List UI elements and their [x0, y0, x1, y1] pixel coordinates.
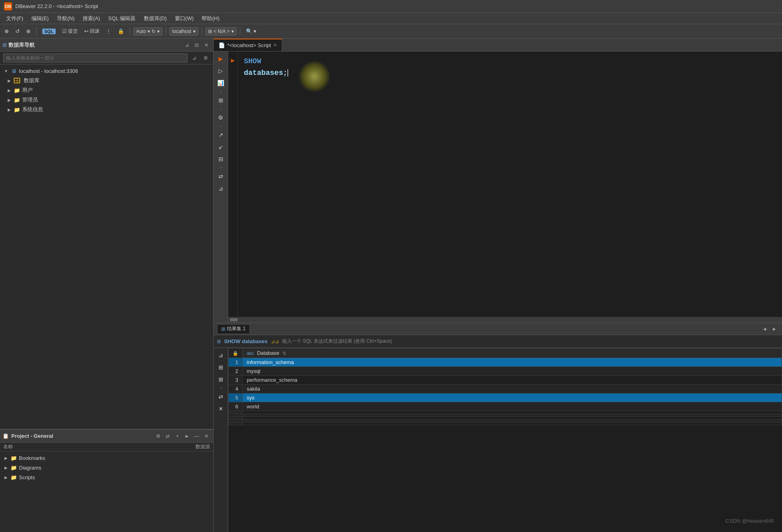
left-panel: ⊞ 数据库导航 ⊿ ⊟ ✕ ⊿ ⚙ ▼ 🖥 localhost - localh…	[0, 39, 214, 532]
sql-icon: SQL	[42, 29, 56, 34]
project-add-button[interactable]: +	[173, 432, 182, 441]
menu-database[interactable]: 数据库(D)	[140, 14, 171, 23]
horizontal-scrollbar[interactable]	[228, 317, 782, 323]
tree-arrow-admin: ▶	[6, 97, 12, 103]
kw-databases: databases;	[244, 67, 287, 79]
editor-tab-bar: 📄 *<localhost> Script ✕	[214, 39, 782, 52]
tree-item-users[interactable]: ▶ 📁 用户	[0, 85, 213, 95]
side-filter-button[interactable]: ⊿	[215, 183, 227, 194]
tree-item-sysinfo[interactable]: ▶ 📁 系统信息	[0, 105, 213, 114]
result-row-3[interactable]: 3 performance_schema	[229, 376, 782, 385]
row-num-6: 6	[229, 402, 243, 411]
diagrams-folder-icon: 📁	[10, 464, 17, 471]
tree-item-admin[interactable]: ▶ 📁 管理员	[0, 95, 213, 105]
results-side-link-filter[interactable]: ⇄	[215, 391, 227, 402]
results-content: ⊿ ⊞ ⊞ ··· ⇄ ✕ 🔒	[214, 348, 782, 532]
menu-search[interactable]: 搜索(A)	[79, 14, 104, 23]
project-settings-button[interactable]: ⚙	[154, 432, 162, 441]
menu-nav[interactable]: 导航(N)	[53, 14, 79, 23]
script-tab-close[interactable]: ✕	[273, 43, 277, 48]
lock-button[interactable]: 🔒	[115, 27, 127, 35]
sql-editor-button[interactable]: SQL	[40, 27, 58, 35]
connection-dropdown[interactable]: localhost ▾	[169, 27, 198, 35]
results-nav-right[interactable]: ►	[770, 325, 779, 333]
users-folder-icon: 📁	[13, 87, 21, 93]
database-col-header[interactable]: abc Database ⇅	[243, 348, 782, 358]
side-button-5[interactable]: ⊞	[215, 95, 227, 106]
results-toolbar: ⊞ SHOW databases ⊿⊿ 输入一个 SQL 表达式来过滤结果 (使…	[214, 335, 782, 348]
side-action-bar: ▶ ▷ 📊 ··· ⊞ ··· ⚙ ··· ↗ ↙ ⊟ ··· ⇄ ⊿	[214, 52, 228, 323]
side-grid-button[interactable]: ⊟	[215, 153, 227, 165]
commit-button[interactable]: ☑ 提交	[60, 27, 80, 36]
format-button[interactable]: ⋮	[104, 27, 114, 35]
editor-tab-script[interactable]: 📄 *<localhost> Script ✕	[214, 39, 282, 51]
lock-icon: 🔒	[118, 28, 124, 34]
nav-close-button[interactable]: ✕	[202, 41, 211, 50]
explain-button[interactable]: 📊	[215, 77, 227, 89]
search-toolbar-button[interactable]: 🔍 ▾	[243, 27, 259, 35]
side-dots-2: ···	[220, 107, 221, 111]
main-layout: ⊞ 数据库导航 ⊿ ⊟ ✕ ⊿ ⚙ ▼ 🖥 localhost - localh…	[0, 39, 782, 532]
side-import-button[interactable]: ↙	[215, 141, 227, 153]
menu-sql-editor[interactable]: SQL 编辑器	[104, 14, 139, 23]
toolbar-button-2[interactable]: ↺	[13, 27, 22, 35]
project-minimize[interactable]: —	[192, 432, 201, 441]
editor-main: ▶ SHOW databases;	[228, 52, 782, 323]
tree-item-databases[interactable]: ▶ 数据库	[0, 76, 213, 85]
side-link-button[interactable]: ⇄	[215, 171, 227, 182]
results-nav-left[interactable]: ◄	[760, 325, 769, 333]
rollback-button[interactable]: ↩ 回滚	[82, 27, 102, 36]
menu-help[interactable]: 帮助(H)	[198, 14, 223, 23]
project-tree-bookmarks[interactable]: ▶ 📁 Bookmarks	[0, 453, 213, 463]
result-row-6[interactable]: 6 world	[229, 402, 782, 411]
row-num-1: 1	[229, 358, 243, 367]
tree-arrow-users: ▶	[6, 87, 12, 93]
menu-window[interactable]: 窗口(W)	[171, 14, 198, 23]
results-tab-1[interactable]: ⊞ 结果集 1	[217, 324, 250, 333]
editor-area[interactable]: SHOW databases;	[238, 52, 782, 317]
auto-commit-dropdown[interactable]: Auto ▾ ↻ ▾	[133, 27, 163, 35]
search-settings-button[interactable]: ⚙	[201, 54, 210, 62]
menu-edit[interactable]: 编辑(E)	[27, 14, 53, 23]
format-icon: ⋮	[106, 28, 111, 34]
tree-item-localhost[interactable]: ▼ 🖥 localhost - localhost:3306	[0, 66, 213, 76]
row-value-2: mysql	[243, 367, 782, 376]
databases-icon	[13, 77, 21, 84]
script-tab-icon: 📄	[218, 42, 225, 48]
project-tree-diagrams[interactable]: ▶ 📁 Diagrams	[0, 463, 213, 472]
results-side-filter[interactable]: ⊿	[215, 350, 227, 361]
search-bar: ⊿ ⚙	[0, 52, 213, 64]
project-arrow-right[interactable]: ►	[183, 432, 191, 441]
search-input[interactable]	[3, 54, 187, 62]
project-link-button[interactable]: ⇄	[163, 432, 172, 441]
result-row-1[interactable]: 1 information_schema	[229, 358, 782, 367]
project-data-col: 数据源	[196, 443, 210, 450]
conn-label: localhost	[172, 29, 191, 34]
database-dropdown[interactable]: ⊞ < N/A > ▾	[205, 27, 237, 35]
toolbar-sep-5	[240, 27, 240, 35]
project-close[interactable]: ✕	[202, 432, 211, 441]
scroll-thumb[interactable]	[230, 318, 238, 321]
editor-with-gutter: ▶ SHOW databases;	[228, 52, 782, 323]
menu-file[interactable]: 文件(F)	[2, 14, 27, 23]
results-side-table[interactable]: ⊞	[215, 374, 227, 385]
project-tree-scripts[interactable]: ▶ 📁 Scripts	[0, 472, 213, 482]
run-button[interactable]: ▶	[215, 53, 227, 64]
toolbar-button-3[interactable]: ⊗	[24, 27, 33, 35]
nav-filter-button[interactable]: ⊿	[183, 41, 191, 50]
editor-gutter: ▶	[228, 52, 238, 317]
result-row-2[interactable]: 2 mysql	[229, 367, 782, 376]
result-row-4[interactable]: 4 sakila	[229, 385, 782, 393]
tree-arrow-localhost: ▼	[3, 68, 9, 74]
run-indicator-1: ▶	[228, 57, 237, 64]
nav-collapse-button[interactable]: ⊟	[192, 41, 201, 50]
side-export-button[interactable]: ↗	[215, 129, 227, 141]
results-side-grid[interactable]: ⊞	[215, 362, 227, 373]
new-connection-button[interactable]: ⊕	[2, 27, 11, 35]
result-row-5[interactable]: 5 sys	[229, 393, 782, 402]
run-script-button[interactable]: ▷	[215, 65, 227, 77]
results-side-cross[interactable]: ✕	[215, 403, 227, 414]
search-filter-button[interactable]: ⊿	[190, 54, 199, 62]
side-settings-button[interactable]: ⚙	[215, 112, 227, 123]
auto-chevron: ▾	[157, 29, 160, 34]
